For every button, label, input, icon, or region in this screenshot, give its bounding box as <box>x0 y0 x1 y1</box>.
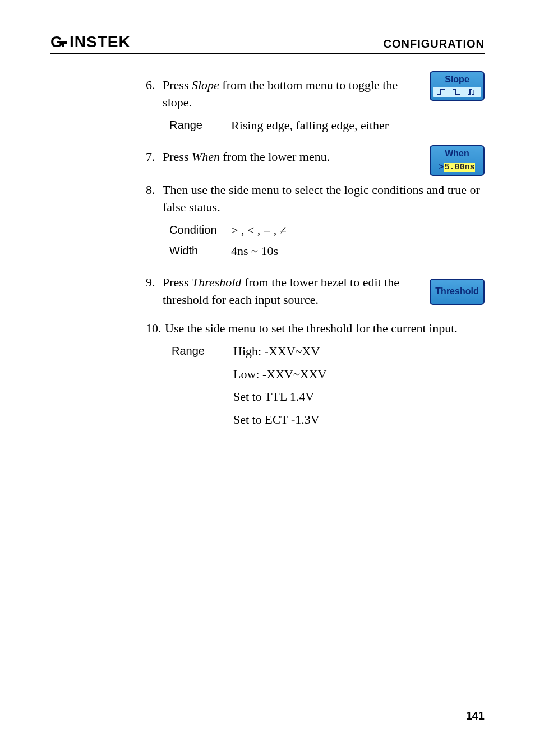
text: Press <box>163 78 192 92</box>
sub-row: Condition > , < , = , ≠ <box>169 222 485 239</box>
sub-value: Rising edge, falling edge, either <box>231 117 417 134</box>
sub-label: Condition <box>169 222 231 239</box>
step-number: 6. <box>146 77 163 137</box>
either-edge-icon <box>467 89 477 95</box>
sub-value: High: -XXV~XV Low: -XXV~XXV Set to TTL 1… <box>233 343 485 434</box>
step-10: 10. Use the side menu to set the thresho… <box>146 320 485 438</box>
button-label: When <box>431 147 483 160</box>
page: G INSTEK CONFIGURATION 6. Press Slope fr… <box>0 0 535 756</box>
page-header: G INSTEK CONFIGURATION <box>50 34 485 54</box>
sub-label: Width <box>169 243 231 260</box>
sub-value: 4ns ~ 10s <box>231 243 485 260</box>
text: Press <box>163 275 192 289</box>
sub-row: Range High: -XXV~XV Low: -XXV~XXV Set to… <box>172 343 485 434</box>
svg-text:G: G <box>50 34 63 50</box>
content: 6. Press Slope from the bottom menu to t… <box>50 77 485 438</box>
step-number: 7. <box>146 149 163 166</box>
text-emphasis: Threshold <box>192 275 241 289</box>
when-button-graphic: When >5.00ns <box>430 145 485 175</box>
button-label: Slope <box>431 73 483 86</box>
page-number: 141 <box>466 709 485 722</box>
svg-text:INSTEK: INSTEK <box>70 34 131 50</box>
brand-logo: G INSTEK <box>50 34 163 50</box>
value-line: Set to TTL 1.4V <box>233 388 485 406</box>
text: Press <box>163 150 192 164</box>
text-emphasis: When <box>192 150 220 164</box>
step-6: 6. Press Slope from the bottom menu to t… <box>146 77 485 137</box>
value-line: High: -XXV~XV <box>233 343 485 360</box>
step-text: Use the side menu to set the threshold f… <box>165 320 485 438</box>
section-title: CONFIGURATION <box>384 38 485 50</box>
threshold-button-graphic: Threshold <box>430 279 485 304</box>
sub-label: Range <box>172 343 233 434</box>
step-8: 8. Then use the side menu to select the … <box>146 182 485 263</box>
button-value: >5.00ns <box>431 160 483 173</box>
rising-edge-icon <box>437 89 447 95</box>
sub-row: Range Rising edge, falling edge, either <box>169 117 417 134</box>
step-7: 7. Press When from the lower menu. When … <box>146 149 485 166</box>
slope-button-graphic: Slope <box>430 71 485 101</box>
sub-table: Condition > , < , = , ≠ Width 4ns ~ 10s <box>169 222 485 260</box>
text: Then use the side menu to select the log… <box>163 183 480 214</box>
button-label: Threshold <box>431 285 483 298</box>
sub-label: Range <box>169 117 231 134</box>
value-line: Low: -XXV~XXV <box>233 366 485 383</box>
sub-value: > , < , = , ≠ <box>231 222 485 239</box>
sub-table: Range Rising edge, falling edge, either <box>169 117 417 134</box>
step-number: 9. <box>146 274 163 309</box>
step-text: Then use the side menu to select the log… <box>163 182 485 263</box>
text: from the lower menu. <box>220 150 330 164</box>
value-line: Set to ECT -1.3V <box>233 411 485 429</box>
value: 5.00ns <box>444 163 475 172</box>
sub-table: Range High: -XXV~XV Low: -XXV~XXV Set to… <box>172 343 485 434</box>
step-number: 10. <box>146 320 165 438</box>
text: Use the side menu to set the threshold f… <box>165 321 458 335</box>
falling-edge-icon <box>452 89 462 95</box>
sub-row: Width 4ns ~ 10s <box>169 243 485 260</box>
text-emphasis: Slope <box>192 78 219 92</box>
step-number: 8. <box>146 182 163 263</box>
slope-icons <box>433 87 481 97</box>
step-9: 9. Press Threshold from the lower bezel … <box>146 274 485 309</box>
